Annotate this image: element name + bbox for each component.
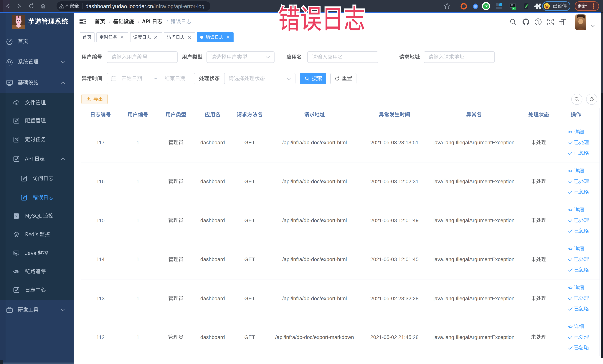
svg-text:on: on <box>512 7 515 9</box>
